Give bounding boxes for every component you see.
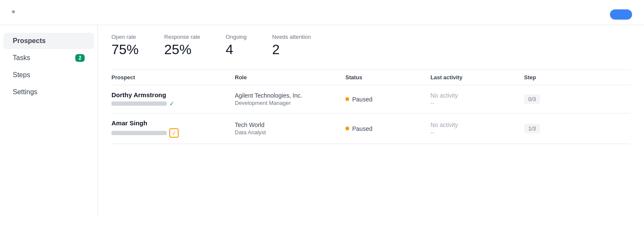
stat-value-0: 75%	[111, 42, 139, 58]
page-subtitle	[12, 10, 17, 13]
status-dot-icon-1	[345, 127, 349, 130]
status-text-1: Paused	[352, 125, 372, 132]
stat-item-0: Open rate75%	[111, 34, 139, 58]
status-cell-0: Paused	[345, 96, 430, 103]
stat-label-2: Ongoing	[226, 34, 247, 40]
stat-item-2: Ongoing4	[226, 34, 247, 58]
stat-label-3: Needs attention	[272, 34, 311, 40]
role-title-1: Data Analyst	[235, 129, 345, 136]
stat-value-3: 2	[272, 42, 311, 58]
role-cell-0: Agilent Technologies, Inc.Development Ma…	[235, 92, 345, 106]
email-verified-icon-0: ✓	[169, 100, 174, 107]
activity-label-0: No activity	[430, 92, 524, 99]
stat-item-3: Needs attention2	[272, 34, 311, 58]
stat-label-0: Open rate	[111, 34, 139, 40]
stat-item-1: Response rate25%	[164, 34, 200, 58]
page-header	[0, 0, 644, 25]
email-blur-1	[111, 131, 167, 135]
email-checkbox-icon-1[interactable]: ✓	[169, 128, 179, 138]
sidebar: ProspectsTasks2StepsSettings	[0, 25, 98, 217]
launch-automation-button[interactable]	[610, 9, 632, 20]
activity-sub-1: --	[430, 129, 524, 136]
prospect-name-0[interactable]: Dorthy Armstrong	[111, 91, 235, 98]
activity-cell-0: No activity--	[430, 92, 524, 106]
step-badge-1: 1/3	[524, 124, 540, 133]
activity-cell-1: No activity--	[430, 121, 524, 136]
company-1: Tech World	[235, 121, 345, 128]
status-text-0: Paused	[352, 96, 372, 103]
prospect-cell-0: Dorthy Armstrong✓	[111, 91, 235, 107]
activity-sub-0: --	[430, 100, 524, 106]
sidebar-item-steps[interactable]: Steps	[3, 67, 94, 83]
prospect-email-row-0: ✓	[111, 100, 235, 107]
sidebar-badge-tasks: 2	[75, 54, 85, 62]
sidebar-item-tasks[interactable]: Tasks2	[3, 50, 94, 66]
sidebar-label-settings: Settings	[13, 88, 37, 96]
company-0: Agilent Technologies, Inc.	[235, 92, 345, 99]
table-row: Amar Singh✓Tech WorldData AnalystPausedN…	[111, 113, 630, 144]
sidebar-label-prospects: Prospects	[13, 37, 46, 45]
sidebar-label-steps: Steps	[13, 71, 30, 79]
prospect-email-row-1: ✓	[111, 128, 235, 138]
stats-row: Open rate75%Response rate25%Ongoing4Need…	[111, 34, 630, 58]
activity-label-1: No activity	[430, 121, 524, 128]
stat-label-1: Response rate	[164, 34, 200, 40]
sidebar-item-settings[interactable]: Settings	[3, 84, 94, 100]
col-header-4: Step	[524, 74, 567, 81]
stat-value-1: 25%	[164, 42, 200, 58]
step-badge-0: 0/3	[524, 94, 540, 104]
step-cell-0: 0/3	[524, 94, 567, 104]
stat-value-2: 4	[226, 42, 247, 58]
col-header-0: Prospect	[111, 74, 235, 81]
col-header-2: Status	[345, 74, 430, 81]
table-header: ProspectRoleStatusLast activityStep	[111, 69, 630, 85]
email-blur-0	[111, 101, 167, 106]
status-cell-1: Paused	[345, 125, 430, 132]
col-header-3: Last activity	[430, 74, 524, 81]
subtitle-dot-icon	[12, 10, 15, 13]
table-row: Dorthy Armstrong✓Agilent Technologies, I…	[111, 85, 630, 113]
role-cell-1: Tech WorldData Analyst	[235, 121, 345, 136]
col-header-1: Role	[235, 74, 345, 81]
prospect-cell-1: Amar Singh✓	[111, 119, 235, 138]
status-dot-icon-0	[345, 97, 349, 101]
content-area: Open rate75%Response rate25%Ongoing4Need…	[98, 25, 644, 217]
main-layout: ProspectsTasks2StepsSettings Open rate75…	[0, 25, 644, 217]
step-cell-1: 1/3	[524, 124, 567, 133]
sidebar-label-tasks: Tasks	[13, 54, 30, 62]
sidebar-item-prospects[interactable]: Prospects	[3, 33, 94, 49]
header-left	[12, 8, 17, 13]
prospect-name-1[interactable]: Amar Singh	[111, 119, 235, 127]
table-body: Dorthy Armstrong✓Agilent Technologies, I…	[111, 85, 630, 144]
role-title-0: Development Manager	[235, 100, 345, 106]
